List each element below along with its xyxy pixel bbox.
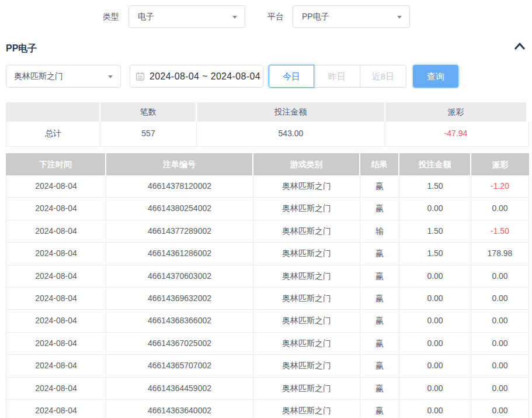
cell-payout: 0.00: [471, 355, 528, 376]
section-title: PP电子: [6, 43, 37, 55]
calendar-icon: [135, 71, 145, 82]
cell-game-category: 奥林匹斯之门: [253, 333, 360, 354]
cell-bet-id: 46614361286002: [106, 243, 253, 264]
cell-payout: 0.00: [471, 310, 528, 331]
game-select[interactable]: 奥林匹斯之门: [6, 65, 121, 88]
caret-down-icon: [108, 75, 113, 81]
cell-bet-id: 46614365707002: [106, 355, 253, 376]
summary-total-label: 总计: [6, 122, 100, 146]
cell-payout: 0.00: [471, 333, 528, 354]
date-range-picker[interactable]: 2024-08-04 ~ 2024-08-04: [130, 65, 263, 88]
cell-bet-amount: 0.00: [399, 198, 471, 219]
type-select-value: 电子: [138, 6, 154, 27]
cell-result: 赢: [360, 355, 399, 376]
last8days-button[interactable]: 近8日: [360, 65, 406, 88]
records-table-header: 下注时间 注单编号 游戏类别 结果 投注金额 派彩: [6, 153, 529, 175]
caret-down-icon: [397, 16, 402, 21]
cell-result: 赢: [360, 288, 399, 309]
summary-header-payout: 派彩: [385, 102, 526, 122]
cell-payout: 0.00: [471, 288, 528, 309]
cell-bet-amount: 0.00: [399, 400, 471, 418]
cell-game-category: 奥林匹斯之门: [253, 310, 360, 331]
cell-result: 赢: [360, 333, 399, 354]
type-select[interactable]: 电子: [128, 5, 245, 28]
cell-bet-id: 46614378120002: [106, 175, 253, 197]
cell-bet-amount: 1.50: [399, 175, 471, 197]
cell-bet-id: 46614380254002: [106, 198, 253, 219]
cell-bet-id: 46614368366002: [106, 310, 253, 331]
cell-bet-amount: 1.50: [399, 243, 471, 264]
summary-total-bet-amount: 543.00: [197, 122, 385, 146]
cell-payout: 0.00: [471, 400, 528, 418]
cell-game-category: 奥林匹斯之门: [253, 355, 360, 376]
cell-bet-time: 2024-08-04: [6, 355, 106, 376]
cell-bet-id: 46614364459002: [106, 378, 253, 399]
table-row: 2024-08-04 46614378120002 奥林匹斯之门 赢 1.50 …: [6, 175, 529, 198]
cell-bet-time: 2024-08-04: [6, 243, 106, 264]
records-header-bet-amount: 投注金额: [399, 153, 471, 175]
table-row: 2024-08-04 46614368366002 奥林匹斯之门 赢 0.00 …: [6, 310, 529, 332]
summary-total-count: 557: [100, 122, 197, 146]
cell-game-category: 奥林匹斯之门: [253, 400, 360, 418]
cell-bet-time: 2024-08-04: [6, 400, 106, 418]
table-row: 2024-08-04 46614364459002 奥林匹斯之门 赢 0.00 …: [6, 378, 529, 400]
summary-total-payout: -47.94: [385, 122, 526, 146]
cell-bet-amount: 1.50: [399, 220, 471, 242]
records-header-bet-id: 注单编号: [106, 153, 253, 175]
cell-result: 赢: [360, 265, 399, 287]
table-row: 2024-08-04 46614369632002 奥林匹斯之门 赢 0.00 …: [6, 288, 529, 310]
cell-result: 赢: [360, 198, 399, 219]
cell-result: 赢: [360, 400, 399, 418]
type-label: 类型: [103, 5, 119, 28]
yesterday-button[interactable]: 昨日: [314, 65, 360, 88]
table-row: 2024-08-04 46614377289002 奥林匹斯之门 输 1.50 …: [6, 220, 529, 243]
game-select-value: 奥林匹斯之门: [14, 65, 63, 87]
cell-bet-amount: 0.00: [399, 378, 471, 399]
cell-bet-time: 2024-08-04: [6, 333, 106, 354]
cell-result: 赢: [360, 378, 399, 399]
cell-result: 赢: [360, 243, 399, 264]
caret-down-icon: [232, 16, 237, 21]
summary-total-row: 总计 557 543.00 -47.94: [6, 122, 529, 147]
records-table-body: 2024-08-04 46614378120002 奥林匹斯之门 赢 1.50 …: [6, 175, 529, 418]
platform-select[interactable]: PP电子: [293, 5, 410, 28]
cell-payout: 178.98: [471, 243, 528, 264]
query-button[interactable]: 查询: [413, 65, 458, 88]
cell-bet-amount: 0.00: [399, 288, 471, 309]
records-header-result: 结果: [360, 153, 399, 175]
table-row: 2024-08-04 46614361286002 奥林匹斯之门 赢 1.50 …: [6, 243, 529, 265]
cell-bet-amount: 0.00: [399, 310, 471, 331]
records-header-bet-time: 下注时间: [6, 153, 106, 175]
chevron-up-icon[interactable]: [513, 42, 526, 51]
cell-game-category: 奥林匹斯之门: [253, 175, 360, 197]
cell-bet-amount: 0.00: [399, 355, 471, 376]
cell-bet-id: 46614367025002: [106, 333, 253, 354]
cell-bet-time: 2024-08-04: [6, 378, 106, 399]
summary-table-header: 笔数 投注金额 派彩: [6, 102, 529, 122]
cell-bet-amount: 0.00: [399, 265, 471, 287]
cell-bet-id: 46614369632002: [106, 288, 253, 309]
cell-game-category: 奥林匹斯之门: [253, 288, 360, 309]
cell-bet-id: 46614377289002: [106, 220, 253, 242]
cell-bet-id: 46614370603002: [106, 265, 253, 287]
cell-payout: 0.00: [471, 198, 528, 219]
page: { "top_filters": { "type_label": "类型", "…: [0, 0, 532, 418]
cell-bet-time: 2024-08-04: [6, 198, 106, 219]
summary-header-blank: [6, 102, 100, 122]
records-header-game-category: 游戏类别: [253, 153, 360, 175]
cell-result: 赢: [360, 175, 399, 197]
summary-header-count: 笔数: [100, 102, 197, 122]
cell-bet-time: 2024-08-04: [6, 220, 106, 242]
today-button[interactable]: 今日: [269, 65, 314, 88]
table-row: 2024-08-04 46614370603002 奥林匹斯之门 赢 0.00 …: [6, 265, 529, 288]
summary-table: 笔数 投注金额 派彩 总计 557 543.00 -47.94: [6, 102, 529, 147]
platform-select-value: PP电子: [302, 6, 329, 27]
records-table: 下注时间 注单编号 游戏类别 结果 投注金额 派彩 2024-08-04 466…: [6, 153, 529, 418]
cell-bet-time: 2024-08-04: [6, 288, 106, 309]
cell-game-category: 奥林匹斯之门: [253, 243, 360, 264]
cell-bet-id: 46614363640002: [106, 400, 253, 418]
table-row: 2024-08-04 46614367025002 奥林匹斯之门 赢 0.00 …: [6, 333, 529, 355]
cell-payout: 0.00: [471, 378, 528, 399]
cell-bet-time: 2024-08-04: [6, 265, 106, 287]
cell-game-category: 奥林匹斯之门: [253, 220, 360, 242]
